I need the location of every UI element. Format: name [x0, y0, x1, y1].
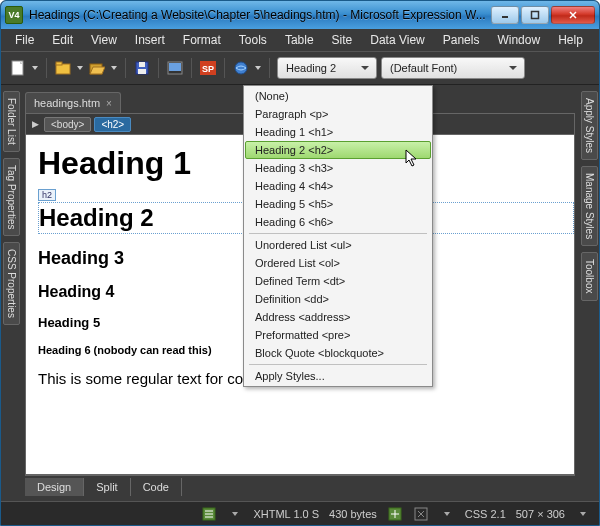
view-tabs: Design Split Code: [25, 475, 575, 497]
status-doctype[interactable]: XHTML 1.0 S: [253, 508, 319, 520]
publish-dropdown-icon[interactable]: [254, 59, 262, 77]
crumb-body[interactable]: <body>: [44, 117, 91, 132]
menu-dataview[interactable]: Data View: [362, 31, 432, 49]
sidetab-apply-styles[interactable]: Apply Styles: [581, 91, 598, 160]
close-tab-icon[interactable]: ×: [106, 98, 112, 109]
menubar: File Edit View Insert Format Tools Table…: [1, 29, 599, 51]
dropdown-item[interactable]: Block Quote <blockquote>: [245, 344, 431, 362]
style-combo[interactable]: Heading 2: [277, 57, 377, 79]
dropdown-item[interactable]: Heading 2 <h2>: [245, 141, 431, 159]
status-dimensions[interactable]: 507 × 306: [516, 508, 565, 520]
preview-icon[interactable]: [166, 59, 184, 77]
status-filesize: 430 bytes: [329, 508, 377, 520]
visual-aids-icon[interactable]: [201, 506, 217, 522]
menu-help[interactable]: Help: [550, 31, 591, 49]
view-tab-split[interactable]: Split: [84, 478, 130, 496]
dropdown-item[interactable]: Address <address>: [245, 308, 431, 326]
close-button[interactable]: [551, 6, 595, 24]
sidetab-folder-list[interactable]: Folder List: [3, 91, 20, 152]
dropdown-divider: [249, 364, 427, 365]
menu-edit[interactable]: Edit: [44, 31, 81, 49]
sidetab-css-properties[interactable]: CSS Properties: [3, 242, 20, 325]
statusbar: XHTML 1.0 S 430 bytes CSS 2.1 507 × 306: [1, 501, 599, 525]
menu-window[interactable]: Window: [489, 31, 548, 49]
schema-icon[interactable]: [387, 506, 403, 522]
dropdown-item[interactable]: Heading 4 <h4>: [245, 177, 431, 195]
style-dropdown-menu: (None)Paragraph <p>Heading 1 <h1>Heading…: [243, 85, 433, 387]
svg-rect-1: [532, 12, 539, 19]
document-tab[interactable]: headings.htm ×: [25, 92, 121, 113]
dropdown-item[interactable]: Preformatted <pre>: [245, 326, 431, 344]
view-tab-code[interactable]: Code: [131, 478, 182, 496]
open-icon[interactable]: [88, 59, 106, 77]
status-css[interactable]: CSS 2.1: [465, 508, 506, 520]
dropdown-item[interactable]: Apply Styles...: [245, 367, 431, 385]
save-icon[interactable]: [133, 59, 151, 77]
dropdown-item[interactable]: Heading 3 <h3>: [245, 159, 431, 177]
menu-file[interactable]: File: [7, 31, 42, 49]
menu-panels[interactable]: Panels: [435, 31, 488, 49]
menu-view[interactable]: View: [83, 31, 125, 49]
visual-aids-dropdown-icon[interactable]: [227, 506, 243, 522]
view-tab-design[interactable]: Design: [25, 478, 84, 496]
publish-icon[interactable]: [232, 59, 250, 77]
dropdown-item[interactable]: (None): [245, 87, 431, 105]
compat-icon[interactable]: [413, 506, 429, 522]
new-site-dropdown-icon[interactable]: [76, 59, 84, 77]
h2-tag-marker[interactable]: h2: [38, 189, 56, 201]
right-panel-tabs: Apply Styles Manage Styles Toolbox: [579, 85, 599, 501]
toolbar: SP Heading 2 (Default Font): [1, 51, 599, 85]
font-combo-value: (Default Font): [390, 62, 506, 74]
window-title: Headings (C:\Creating a Website\Chapter …: [29, 8, 491, 22]
dropdown-item[interactable]: Heading 6 <h6>: [245, 213, 431, 231]
menu-tools[interactable]: Tools: [231, 31, 275, 49]
menu-insert[interactable]: Insert: [127, 31, 173, 49]
crumb-arrow-icon[interactable]: ▶: [30, 119, 41, 129]
svg-rect-12: [169, 63, 181, 71]
font-combo[interactable]: (Default Font): [381, 57, 525, 79]
dropdown-item[interactable]: Defined Term <dt>: [245, 272, 431, 290]
crumb-h2[interactable]: <h2>: [94, 117, 131, 132]
dropdown-item[interactable]: Heading 1 <h1>: [245, 123, 431, 141]
svg-rect-6: [56, 62, 62, 65]
svg-text:SP: SP: [202, 64, 214, 74]
titlebar[interactable]: V4 Headings (C:\Creating a Website\Chapt…: [1, 1, 599, 29]
style-combo-value: Heading 2: [286, 62, 358, 74]
compat-dropdown-icon[interactable]: [439, 506, 455, 522]
dimensions-dropdown-icon[interactable]: [575, 506, 591, 522]
dropdown-item[interactable]: Ordered List <ol>: [245, 254, 431, 272]
open-dropdown-icon[interactable]: [110, 59, 118, 77]
menu-table[interactable]: Table: [277, 31, 322, 49]
dropdown-item[interactable]: Unordered List <ul>: [245, 236, 431, 254]
new-page-icon[interactable]: [9, 59, 27, 77]
dropdown-item[interactable]: Heading 5 <h5>: [245, 195, 431, 213]
svg-rect-10: [138, 69, 146, 74]
menu-site[interactable]: Site: [324, 31, 361, 49]
left-panel-tabs: Folder List Tag Properties CSS Propertie…: [1, 85, 21, 501]
dropdown-item[interactable]: Definition <dd>: [245, 290, 431, 308]
app-icon: V4: [5, 6, 23, 24]
superpreview-icon[interactable]: SP: [199, 59, 217, 77]
sidetab-toolbox[interactable]: Toolbox: [581, 252, 598, 300]
chevron-down-icon[interactable]: [358, 65, 372, 71]
new-site-icon[interactable]: [54, 59, 72, 77]
document-tab-label: headings.htm: [34, 97, 100, 109]
menu-format[interactable]: Format: [175, 31, 229, 49]
new-page-dropdown-icon[interactable]: [31, 59, 39, 77]
svg-rect-9: [139, 62, 145, 67]
sidetab-tag-properties[interactable]: Tag Properties: [3, 158, 20, 236]
minimize-button[interactable]: [491, 6, 519, 24]
dropdown-divider: [249, 233, 427, 234]
maximize-button[interactable]: [521, 6, 549, 24]
dropdown-item[interactable]: Paragraph <p>: [245, 105, 431, 123]
sidetab-manage-styles[interactable]: Manage Styles: [581, 166, 598, 246]
chevron-down-icon[interactable]: [506, 65, 520, 71]
